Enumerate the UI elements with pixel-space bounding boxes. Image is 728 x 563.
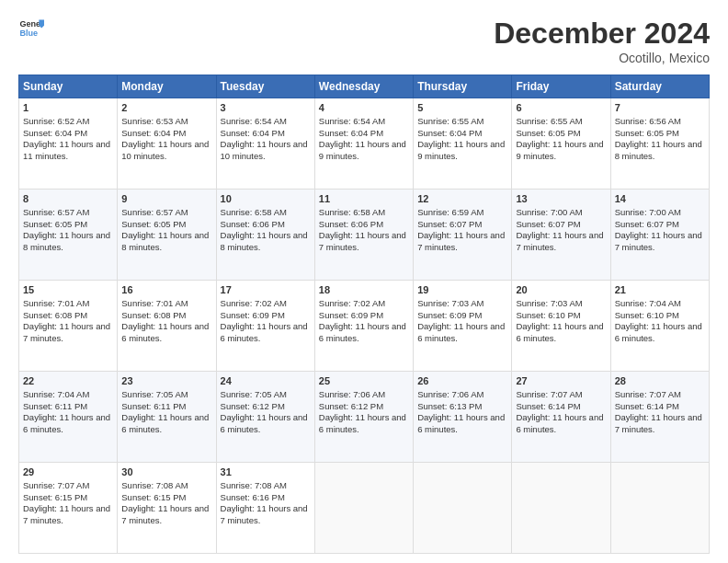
table-row: 31Sunrise: 7:08 AMSunset: 6:16 PMDayligh…	[216, 463, 314, 554]
table-row: 14Sunrise: 7:00 AMSunset: 6:07 PMDayligh…	[610, 190, 709, 281]
calendar-week-row: 29Sunrise: 7:07 AMSunset: 6:15 PMDayligh…	[19, 463, 710, 554]
col-sunday: Sunday	[19, 75, 118, 98]
calendar-header-row: Sunday Monday Tuesday Wednesday Thursday…	[19, 75, 710, 98]
svg-text:Blue: Blue	[19, 29, 38, 38]
day-number: 22	[23, 374, 113, 388]
day-number: 2	[121, 101, 211, 115]
table-row: 8Sunrise: 6:57 AMSunset: 6:05 PMDaylight…	[19, 190, 118, 281]
day-number: 17	[221, 283, 311, 297]
table-row: 1Sunrise: 6:52 AMSunset: 6:04 PMDaylight…	[19, 98, 118, 190]
col-friday: Friday	[512, 75, 610, 98]
table-row	[610, 463, 709, 554]
table-row: 30Sunrise: 7:08 AMSunset: 6:15 PMDayligh…	[118, 463, 216, 554]
location-subtitle: Ocotillo, Mexico	[494, 51, 710, 65]
col-thursday: Thursday	[414, 75, 512, 98]
col-saturday: Saturday	[610, 75, 709, 98]
logo: GeneralBlue	[18, 17, 44, 42]
table-row: 5Sunrise: 6:55 AMSunset: 6:04 PMDaylight…	[414, 98, 512, 190]
table-row: 15Sunrise: 7:01 AMSunset: 6:08 PMDayligh…	[19, 281, 118, 372]
calendar-week-row: 22Sunrise: 7:04 AMSunset: 6:11 PMDayligh…	[19, 372, 710, 463]
day-number: 20	[516, 283, 606, 297]
col-wednesday: Wednesday	[314, 75, 413, 98]
day-number: 23	[121, 374, 211, 388]
table-row	[314, 463, 413, 554]
day-number: 26	[417, 374, 507, 388]
day-number: 14	[615, 192, 705, 206]
header: GeneralBlue December 2024 Ocotillo, Mexi…	[18, 17, 710, 65]
page: GeneralBlue December 2024 Ocotillo, Mexi…	[0, 0, 728, 563]
day-number: 31	[221, 465, 311, 479]
table-row: 20Sunrise: 7:03 AMSunset: 6:10 PMDayligh…	[512, 281, 610, 372]
day-number: 13	[516, 192, 606, 206]
table-row: 6Sunrise: 6:55 AMSunset: 6:05 PMDaylight…	[512, 98, 610, 190]
day-number: 11	[319, 192, 409, 206]
logo-icon: GeneralBlue	[18, 17, 44, 42]
table-row: 17Sunrise: 7:02 AMSunset: 6:09 PMDayligh…	[216, 281, 314, 372]
table-row: 21Sunrise: 7:04 AMSunset: 6:10 PMDayligh…	[610, 281, 709, 372]
table-row: 3Sunrise: 6:54 AMSunset: 6:04 PMDaylight…	[216, 98, 314, 190]
day-number: 30	[121, 465, 211, 479]
day-number: 29	[23, 465, 113, 479]
title-block: December 2024 Ocotillo, Mexico	[494, 17, 710, 65]
day-number: 6	[516, 101, 606, 115]
day-number: 10	[221, 192, 311, 206]
table-row	[414, 463, 512, 554]
day-number: 4	[319, 101, 409, 115]
table-row: 27Sunrise: 7:07 AMSunset: 6:14 PMDayligh…	[512, 372, 610, 463]
table-row: 18Sunrise: 7:02 AMSunset: 6:09 PMDayligh…	[314, 281, 413, 372]
table-row: 9Sunrise: 6:57 AMSunset: 6:05 PMDaylight…	[118, 190, 216, 281]
table-row: 13Sunrise: 7:00 AMSunset: 6:07 PMDayligh…	[512, 190, 610, 281]
table-row: 28Sunrise: 7:07 AMSunset: 6:14 PMDayligh…	[610, 372, 709, 463]
table-row: 7Sunrise: 6:56 AMSunset: 6:05 PMDaylight…	[610, 98, 709, 190]
day-number: 21	[615, 283, 705, 297]
day-number: 24	[221, 374, 311, 388]
table-row: 19Sunrise: 7:03 AMSunset: 6:09 PMDayligh…	[414, 281, 512, 372]
table-row: 11Sunrise: 6:58 AMSunset: 6:06 PMDayligh…	[314, 190, 413, 281]
table-row: 24Sunrise: 7:05 AMSunset: 6:12 PMDayligh…	[216, 372, 314, 463]
day-number: 27	[516, 374, 606, 388]
day-number: 1	[23, 101, 113, 115]
calendar-table: Sunday Monday Tuesday Wednesday Thursday…	[18, 75, 710, 554]
table-row: 12Sunrise: 6:59 AMSunset: 6:07 PMDayligh…	[414, 190, 512, 281]
day-number: 15	[23, 283, 113, 297]
calendar-week-row: 15Sunrise: 7:01 AMSunset: 6:08 PMDayligh…	[19, 281, 710, 372]
day-number: 12	[417, 192, 507, 206]
day-number: 28	[615, 374, 705, 388]
table-row: 16Sunrise: 7:01 AMSunset: 6:08 PMDayligh…	[118, 281, 216, 372]
calendar-week-row: 1Sunrise: 6:52 AMSunset: 6:04 PMDaylight…	[19, 98, 710, 190]
table-row	[512, 463, 610, 554]
table-row: 23Sunrise: 7:05 AMSunset: 6:11 PMDayligh…	[118, 372, 216, 463]
col-tuesday: Tuesday	[216, 75, 314, 98]
day-number: 25	[319, 374, 409, 388]
day-number: 16	[121, 283, 211, 297]
day-number: 8	[23, 192, 113, 206]
day-number: 18	[319, 283, 409, 297]
calendar-week-row: 8Sunrise: 6:57 AMSunset: 6:05 PMDaylight…	[19, 190, 710, 281]
table-row: 25Sunrise: 7:06 AMSunset: 6:12 PMDayligh…	[314, 372, 413, 463]
day-number: 9	[121, 192, 211, 206]
table-row: 4Sunrise: 6:54 AMSunset: 6:04 PMDaylight…	[314, 98, 413, 190]
col-monday: Monday	[118, 75, 216, 98]
table-row: 26Sunrise: 7:06 AMSunset: 6:13 PMDayligh…	[414, 372, 512, 463]
table-row: 22Sunrise: 7:04 AMSunset: 6:11 PMDayligh…	[19, 372, 118, 463]
table-row: 2Sunrise: 6:53 AMSunset: 6:04 PMDaylight…	[118, 98, 216, 190]
day-number: 19	[417, 283, 507, 297]
day-number: 3	[221, 101, 311, 115]
table-row: 29Sunrise: 7:07 AMSunset: 6:15 PMDayligh…	[19, 463, 118, 554]
day-number: 7	[615, 101, 705, 115]
table-row: 10Sunrise: 6:58 AMSunset: 6:06 PMDayligh…	[216, 190, 314, 281]
day-number: 5	[417, 101, 507, 115]
month-title: December 2024	[494, 17, 710, 51]
